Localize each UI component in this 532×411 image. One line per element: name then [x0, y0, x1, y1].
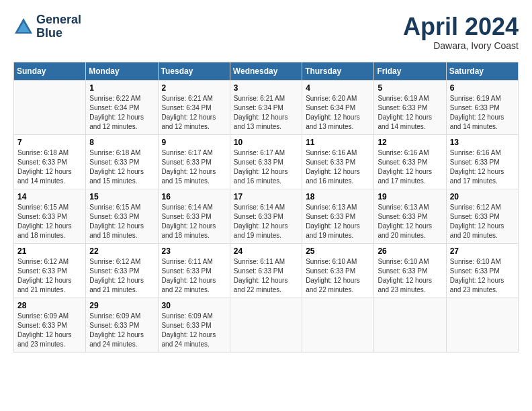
- day-number: 10: [234, 138, 298, 147]
- calendar-day-cell: 4Sunrise: 6:20 AM Sunset: 6:34 PM Daylig…: [302, 80, 374, 134]
- calendar-day-cell: 28Sunrise: 6:09 AM Sunset: 6:33 PM Dayli…: [14, 298, 86, 352]
- logo-icon: [13, 17, 34, 37]
- day-number: 25: [306, 246, 370, 256]
- calendar-day-cell: [302, 298, 374, 352]
- day-info: Sunrise: 6:15 AM Sunset: 6:33 PM Dayligh…: [89, 203, 154, 240]
- day-info: Sunrise: 6:13 AM Sunset: 6:33 PM Dayligh…: [378, 203, 442, 240]
- day-info: Sunrise: 6:14 AM Sunset: 6:33 PM Dayligh…: [162, 203, 226, 240]
- day-info: Sunrise: 6:16 AM Sunset: 6:33 PM Dayligh…: [306, 148, 370, 186]
- calendar-day-cell: 10Sunrise: 6:17 AM Sunset: 6:33 PM Dayli…: [230, 134, 302, 189]
- day-number: 6: [450, 83, 515, 93]
- calendar-day-cell: 22Sunrise: 6:12 AM Sunset: 6:33 PM Dayli…: [86, 243, 158, 298]
- day-info: Sunrise: 6:10 AM Sunset: 6:33 PM Dayligh…: [378, 257, 442, 295]
- day-info: Sunrise: 6:09 AM Sunset: 6:33 PM Dayligh…: [17, 312, 82, 349]
- weekday-cell: Saturday: [446, 62, 518, 80]
- day-info: Sunrise: 6:19 AM Sunset: 6:33 PM Dayligh…: [378, 94, 442, 132]
- weekday-cell: Sunday: [14, 62, 86, 80]
- day-number: 8: [89, 138, 154, 147]
- day-number: 29: [89, 301, 154, 310]
- calendar-day-cell: 17Sunrise: 6:14 AM Sunset: 6:33 PM Dayli…: [230, 189, 302, 243]
- day-number: 2: [162, 83, 226, 93]
- calendar-day-cell: 16Sunrise: 6:14 AM Sunset: 6:33 PM Dayli…: [158, 189, 230, 243]
- calendar-day-cell: 9Sunrise: 6:17 AM Sunset: 6:33 PM Daylig…: [158, 134, 230, 189]
- month-title: April 2024: [403, 13, 519, 40]
- day-number: 11: [306, 138, 370, 147]
- day-number: 12: [378, 138, 442, 147]
- day-info: Sunrise: 6:17 AM Sunset: 6:33 PM Dayligh…: [234, 148, 298, 186]
- day-info: Sunrise: 6:18 AM Sunset: 6:33 PM Dayligh…: [17, 148, 82, 186]
- weekday-cell: Wednesday: [230, 62, 302, 80]
- day-info: Sunrise: 6:10 AM Sunset: 6:33 PM Dayligh…: [450, 257, 515, 295]
- calendar-day-cell: 3Sunrise: 6:21 AM Sunset: 6:34 PM Daylig…: [230, 80, 302, 134]
- day-info: Sunrise: 6:15 AM Sunset: 6:33 PM Dayligh…: [17, 203, 82, 240]
- calendar-day-cell: [446, 298, 518, 352]
- day-info: Sunrise: 6:20 AM Sunset: 6:34 PM Dayligh…: [306, 94, 370, 132]
- day-info: Sunrise: 6:10 AM Sunset: 6:33 PM Dayligh…: [306, 257, 370, 295]
- calendar-week-row: 14Sunrise: 6:15 AM Sunset: 6:33 PM Dayli…: [14, 189, 519, 243]
- day-number: 13: [450, 138, 515, 147]
- day-info: Sunrise: 6:12 AM Sunset: 6:33 PM Dayligh…: [450, 203, 515, 240]
- weekday-cell: Friday: [374, 62, 446, 80]
- day-number: 27: [450, 246, 515, 256]
- calendar-day-cell: 2Sunrise: 6:21 AM Sunset: 6:34 PM Daylig…: [158, 80, 230, 134]
- day-info: Sunrise: 6:21 AM Sunset: 6:34 PM Dayligh…: [162, 94, 226, 132]
- day-number: 14: [17, 192, 82, 201]
- calendar-week-row: 28Sunrise: 6:09 AM Sunset: 6:33 PM Dayli…: [14, 298, 519, 352]
- calendar-week-row: 1Sunrise: 6:22 AM Sunset: 6:34 PM Daylig…: [14, 80, 519, 134]
- calendar-week-row: 7Sunrise: 6:18 AM Sunset: 6:33 PM Daylig…: [14, 134, 519, 189]
- calendar-body: 1Sunrise: 6:22 AM Sunset: 6:34 PM Daylig…: [14, 80, 519, 352]
- day-number: 26: [378, 246, 442, 256]
- calendar-day-cell: 15Sunrise: 6:15 AM Sunset: 6:33 PM Dayli…: [86, 189, 158, 243]
- day-info: Sunrise: 6:18 AM Sunset: 6:33 PM Dayligh…: [89, 148, 154, 186]
- calendar-day-cell: 20Sunrise: 6:12 AM Sunset: 6:33 PM Dayli…: [446, 189, 518, 243]
- day-number: 5: [378, 83, 442, 93]
- day-info: Sunrise: 6:09 AM Sunset: 6:33 PM Dayligh…: [162, 312, 226, 349]
- calendar-day-cell: 25Sunrise: 6:10 AM Sunset: 6:33 PM Dayli…: [302, 243, 374, 298]
- calendar-day-cell: 13Sunrise: 6:16 AM Sunset: 6:33 PM Dayli…: [446, 134, 518, 189]
- location-subtitle: Dawara, Ivory Coast: [403, 40, 519, 51]
- day-number: 17: [234, 192, 298, 201]
- day-info: Sunrise: 6:21 AM Sunset: 6:34 PM Dayligh…: [234, 94, 298, 132]
- day-number: 23: [162, 246, 226, 256]
- calendar-day-cell: [374, 298, 446, 352]
- day-info: Sunrise: 6:12 AM Sunset: 6:33 PM Dayligh…: [89, 257, 154, 295]
- day-number: 20: [450, 192, 515, 201]
- logo-text: General Blue: [36, 13, 81, 40]
- day-info: Sunrise: 6:16 AM Sunset: 6:33 PM Dayligh…: [378, 148, 442, 186]
- day-info: Sunrise: 6:16 AM Sunset: 6:33 PM Dayligh…: [450, 148, 515, 186]
- day-number: 4: [306, 83, 370, 93]
- day-number: 3: [234, 83, 298, 93]
- day-number: 7: [17, 138, 82, 147]
- calendar-day-cell: 23Sunrise: 6:11 AM Sunset: 6:33 PM Dayli…: [158, 243, 230, 298]
- calendar-day-cell: 27Sunrise: 6:10 AM Sunset: 6:33 PM Dayli…: [446, 243, 518, 298]
- weekday-cell: Tuesday: [158, 62, 230, 80]
- day-info: Sunrise: 6:22 AM Sunset: 6:34 PM Dayligh…: [89, 94, 154, 132]
- calendar-day-cell: 6Sunrise: 6:19 AM Sunset: 6:33 PM Daylig…: [446, 80, 518, 134]
- day-number: 16: [162, 192, 226, 201]
- day-number: 30: [162, 301, 226, 310]
- calendar-day-cell: 14Sunrise: 6:15 AM Sunset: 6:33 PM Dayli…: [14, 189, 86, 243]
- calendar-day-cell: 5Sunrise: 6:19 AM Sunset: 6:33 PM Daylig…: [374, 80, 446, 134]
- weekday-header-row: SundayMondayTuesdayWednesdayThursdayFrid…: [14, 62, 519, 80]
- calendar-day-cell: [230, 298, 302, 352]
- calendar-week-row: 21Sunrise: 6:12 AM Sunset: 6:33 PM Dayli…: [14, 243, 519, 298]
- calendar-day-cell: 24Sunrise: 6:11 AM Sunset: 6:33 PM Dayli…: [230, 243, 302, 298]
- calendar-day-cell: 12Sunrise: 6:16 AM Sunset: 6:33 PM Dayli…: [374, 134, 446, 189]
- day-number: 15: [89, 192, 154, 201]
- calendar-day-cell: 18Sunrise: 6:13 AM Sunset: 6:33 PM Dayli…: [302, 189, 374, 243]
- calendar-day-cell: 8Sunrise: 6:18 AM Sunset: 6:33 PM Daylig…: [86, 134, 158, 189]
- day-info: Sunrise: 6:11 AM Sunset: 6:33 PM Dayligh…: [162, 257, 226, 295]
- day-info: Sunrise: 6:17 AM Sunset: 6:33 PM Dayligh…: [162, 148, 226, 186]
- calendar-day-cell: [14, 80, 86, 134]
- day-info: Sunrise: 6:11 AM Sunset: 6:33 PM Dayligh…: [234, 257, 298, 295]
- title-block: April 2024 Dawara, Ivory Coast: [403, 13, 519, 51]
- page-header: General Blue April 2024 Dawara, Ivory Co…: [13, 13, 519, 51]
- day-info: Sunrise: 6:13 AM Sunset: 6:33 PM Dayligh…: [306, 203, 370, 240]
- day-number: 22: [89, 246, 154, 256]
- logo: General Blue: [13, 13, 81, 40]
- calendar-day-cell: 11Sunrise: 6:16 AM Sunset: 6:33 PM Dayli…: [302, 134, 374, 189]
- calendar-day-cell: 1Sunrise: 6:22 AM Sunset: 6:34 PM Daylig…: [86, 80, 158, 134]
- calendar-day-cell: 29Sunrise: 6:09 AM Sunset: 6:33 PM Dayli…: [86, 298, 158, 352]
- day-number: 18: [306, 192, 370, 201]
- calendar-day-cell: 26Sunrise: 6:10 AM Sunset: 6:33 PM Dayli…: [374, 243, 446, 298]
